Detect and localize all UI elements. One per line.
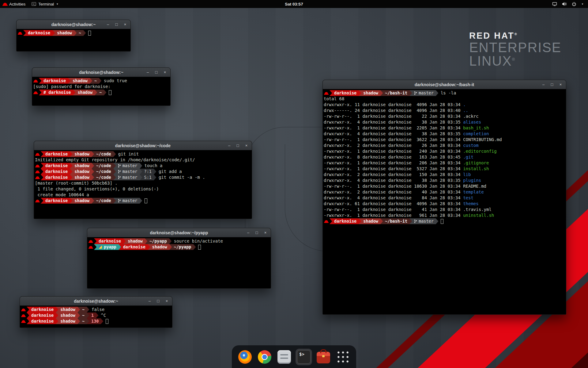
prompt-segment-git: master bbox=[116, 163, 140, 169]
close-button[interactable]: × bbox=[163, 70, 167, 75]
terminal-cursor bbox=[106, 319, 108, 324]
powerline-separator-icon bbox=[436, 218, 438, 224]
powerline-separator-icon bbox=[359, 218, 361, 224]
maximize-button[interactable]: □ bbox=[154, 70, 159, 75]
prompt-segment-host: shadow bbox=[150, 244, 169, 250]
output-text: [sudo] password for darknoise: bbox=[33, 84, 111, 90]
activities-button[interactable]: Activities bbox=[0, 0, 28, 8]
window-titlebar[interactable]: darknoise@shadow:~–□× bbox=[20, 297, 172, 306]
redhat-prompt-icon bbox=[34, 80, 37, 82]
powerline-separator-icon bbox=[56, 318, 58, 324]
prompt-segment-user: darknoise bbox=[43, 198, 70, 204]
window-titlebar[interactable]: darknoise@shadow:~/code–□× bbox=[34, 141, 252, 150]
command-text: git commit -a -m . bbox=[156, 174, 205, 180]
terminal-line: darknoiseshadow~/pyappsource bin/activat… bbox=[88, 238, 270, 244]
terminal-line: pyappdarknoiseshadow~/pyapp bbox=[88, 244, 270, 250]
powerline-separator-icon bbox=[140, 163, 142, 169]
terminal-line: -rwxrwxr-x. 1 darknoise darknoise 240 Ja… bbox=[324, 148, 565, 154]
app-menu-terminal[interactable]: ›_ Terminal ▼ bbox=[28, 0, 62, 8]
close-button[interactable]: × bbox=[558, 82, 563, 87]
power-icon[interactable] bbox=[572, 2, 576, 6]
output-text: .git bbox=[463, 154, 473, 160]
output-text: .. bbox=[463, 108, 468, 113]
prompt-segment-path: ~ bbox=[80, 307, 87, 312]
terminal-cursor bbox=[441, 219, 443, 224]
terminal-window-code: darknoise@shadow:~/code–□×darknoiseshado… bbox=[34, 141, 252, 219]
dock-item-firefox[interactable] bbox=[237, 349, 253, 365]
dock-item-chrome[interactable] bbox=[256, 349, 273, 365]
terminal-line: darknoiseshadow~/codegit init bbox=[35, 151, 251, 157]
command-text: ^C bbox=[98, 312, 106, 318]
powerline-separator-icon bbox=[94, 244, 96, 250]
powerline-separator-icon bbox=[113, 169, 116, 174]
prompt-segment-git: master bbox=[116, 198, 140, 204]
output-text: drwxrwxr-x. 4 darknoise darknoise 84 Jan… bbox=[324, 195, 463, 201]
minimize-button[interactable]: – bbox=[227, 143, 232, 148]
close-button[interactable]: × bbox=[244, 143, 249, 148]
window-controls: –□× bbox=[106, 20, 127, 29]
dock-item-terminal[interactable] bbox=[296, 349, 312, 365]
maximize-button[interactable]: □ bbox=[236, 143, 240, 148]
redhat-prompt-icon bbox=[34, 91, 37, 94]
powerline-separator-icon bbox=[56, 312, 58, 318]
window-titlebar[interactable]: darknoise@shadow:~/bash-it–□× bbox=[323, 80, 566, 89]
chrome-icon bbox=[258, 350, 271, 364]
prompt-segment-host: shadow bbox=[72, 198, 92, 204]
maximize-button[interactable]: □ bbox=[254, 230, 259, 235]
clock[interactable]: Sat 03:57 bbox=[285, 2, 303, 6]
activities-label: Activities bbox=[9, 2, 25, 6]
output-text: create mode 100644 a bbox=[35, 192, 89, 198]
app-menu-label: Terminal bbox=[38, 2, 54, 6]
terminal-line: total 68 bbox=[324, 96, 565, 102]
terminal-line: create mode 100644 a bbox=[35, 192, 251, 198]
terminal-content[interactable]: darknoiseshadow~/codegit initInitialized… bbox=[34, 150, 252, 205]
powerline-separator-icon bbox=[95, 90, 97, 95]
prompt-segment-user: darknoise bbox=[332, 90, 359, 96]
terminal-content[interactable]: darknoiseshadow~falsedarknoiseshadow~1^C… bbox=[20, 306, 172, 325]
window-titlebar[interactable]: darknoise@shadow:~–□× bbox=[17, 20, 130, 29]
prompt-segment-user: darknoise bbox=[43, 169, 70, 174]
terminal-content[interactable]: darknoiseshadow~ bbox=[17, 29, 130, 37]
terminal-line: drwx------. 24 darknoise darknoise 4096 … bbox=[324, 108, 565, 113]
minimize-button[interactable]: – bbox=[145, 70, 150, 75]
powerline-separator-icon bbox=[359, 90, 361, 96]
close-button[interactable]: × bbox=[263, 230, 268, 235]
display-icon[interactable] bbox=[552, 2, 557, 6]
terminal-content[interactable]: darknoiseshadow~sudo true[sudo] password… bbox=[32, 77, 170, 96]
maximize-button[interactable]: □ bbox=[550, 82, 554, 87]
window-title: darknoise@shadow:~ bbox=[51, 22, 96, 27]
git-branch-icon bbox=[118, 164, 121, 168]
terminal-window-sudo: darknoise@shadow:~–□×darknoiseshadow~sud… bbox=[32, 67, 171, 106]
output-text: -rw-rw-r--. 1 darknoise darknoise 22 Jan… bbox=[324, 113, 479, 119]
dock-item-toolbox[interactable] bbox=[315, 349, 332, 365]
minimize-button[interactable]: – bbox=[106, 22, 110, 27]
command-text: ls -la bbox=[438, 90, 456, 96]
maximize-button[interactable]: □ bbox=[156, 299, 160, 303]
system-menu-chevron-icon[interactable]: ▼ bbox=[581, 3, 584, 6]
output-text: drwxrwxr-x. 2 darknoise darknoise 26 Jan… bbox=[324, 143, 463, 148]
volume-icon[interactable] bbox=[562, 2, 567, 6]
prompt-segment-user: darknoise bbox=[96, 238, 123, 244]
minimize-button[interactable]: – bbox=[246, 230, 251, 235]
window-titlebar[interactable]: darknoise@shadow:~/pyapp–□× bbox=[87, 228, 271, 237]
window-controls: –□× bbox=[541, 80, 563, 89]
powerline-separator-icon bbox=[101, 318, 103, 324]
close-button[interactable]: × bbox=[123, 22, 127, 27]
prompt-start-segment bbox=[21, 307, 27, 312]
prompt-segment-host: shadow bbox=[72, 163, 92, 169]
dock-item-files[interactable] bbox=[276, 349, 292, 365]
dock-item-appgrid[interactable] bbox=[335, 349, 351, 365]
powerline-separator-icon bbox=[41, 163, 43, 169]
powerline-separator-icon bbox=[154, 169, 156, 174]
maximize-button[interactable]: □ bbox=[114, 22, 119, 27]
terminal-line: -rwxrwxr-x. 1 darknoise darknoise 961 Ja… bbox=[324, 213, 565, 218]
terminal-content[interactable]: darknoiseshadow~/pyappsource bin/activat… bbox=[87, 237, 271, 251]
output-text: -rw-rw-r--. 1 darknoise darknoise 18630 … bbox=[324, 183, 486, 189]
terminal-content[interactable]: darknoiseshadow~/bash-itmasterls -latota… bbox=[323, 89, 566, 225]
close-button[interactable]: × bbox=[164, 299, 169, 303]
prompt-segment-venv: pyapp bbox=[96, 244, 119, 250]
minimize-button[interactable]: – bbox=[541, 82, 546, 87]
powerline-separator-icon bbox=[330, 90, 332, 96]
minimize-button[interactable]: – bbox=[147, 299, 152, 303]
window-titlebar[interactable]: darknoise@shadow:~–□× bbox=[32, 68, 170, 77]
